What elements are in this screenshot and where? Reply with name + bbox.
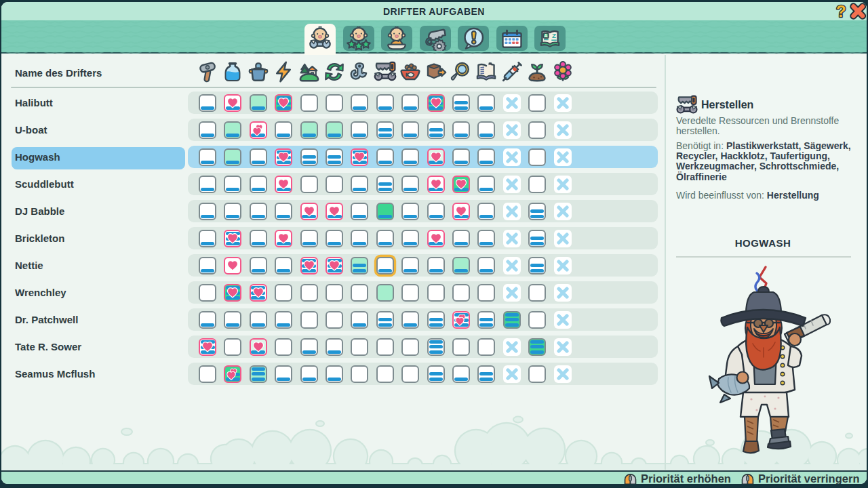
- svg-text:A: A: [545, 33, 548, 38]
- svg-text:Z: Z: [552, 32, 556, 39]
- svg-text:?: ?: [836, 2, 846, 20]
